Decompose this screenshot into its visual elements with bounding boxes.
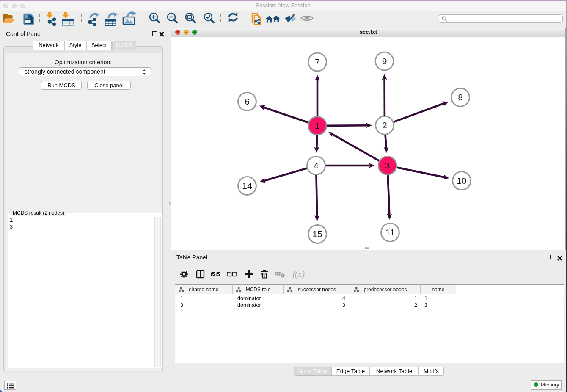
- svg-text:3: 3: [385, 160, 390, 170]
- svg-text:11: 11: [385, 227, 395, 237]
- svg-text:f(x): f(x): [292, 269, 305, 279]
- svg-text:6: 6: [245, 97, 250, 106]
- svg-text:4: 4: [314, 160, 319, 170]
- svg-text:10: 10: [457, 176, 466, 185]
- svg-text:7: 7: [315, 57, 320, 67]
- svg-text:1: 1: [315, 121, 320, 130]
- svg-text:15: 15: [312, 229, 322, 239]
- svg-text:14: 14: [242, 181, 252, 190]
- svg-text:9: 9: [382, 56, 387, 66]
- svg-text:2: 2: [382, 120, 387, 130]
- svg-text:8: 8: [458, 92, 463, 102]
